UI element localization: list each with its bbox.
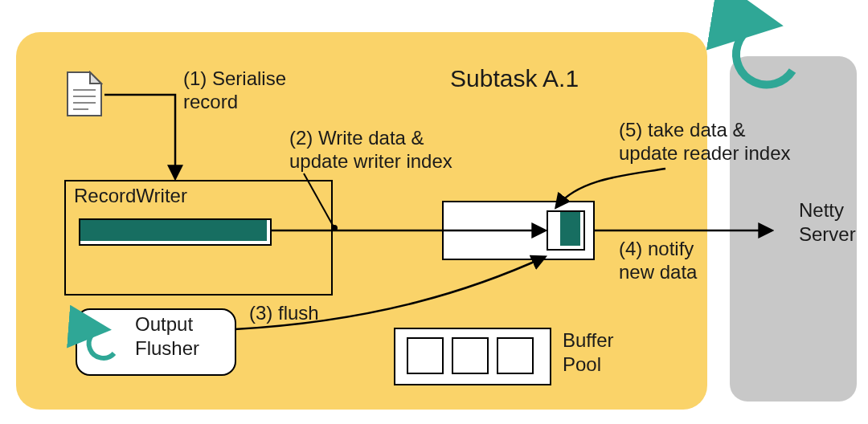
step-1-label: (1) Serialise record	[183, 67, 286, 114]
reader-buffer-fill	[560, 212, 580, 246]
output-flusher-label-2: Flusher	[135, 337, 199, 361]
svg-marker-1	[90, 72, 101, 84]
buffer-pool-label-1: Buffer	[563, 329, 614, 353]
document-icon	[66, 71, 103, 117]
buffer-cell-2	[452, 337, 489, 374]
step-4-label: (4) notify new data	[619, 238, 697, 284]
netty-server-label-2: Server	[799, 223, 856, 247]
diagram-stage: Subtask A.1 RecordWriter Output Flusher …	[0, 0, 868, 424]
record-writer-bar-fill	[80, 220, 267, 241]
step-2-label: (2) Write data & update writer index	[289, 127, 452, 173]
subtask-title: Subtask A.1	[450, 64, 579, 93]
step-5-label: (5) take data & update reader index	[619, 119, 791, 165]
record-writer-label: RecordWriter	[74, 185, 187, 208]
step-3-label: (3) flush	[249, 302, 319, 325]
netty-server-label-1: Netty	[799, 199, 844, 222]
buffer-pool-label-2: Pool	[563, 353, 601, 377]
buffer-cell-1	[407, 337, 444, 374]
buffer-cell-3	[497, 337, 534, 374]
output-flusher-label-1: Output	[135, 313, 193, 336]
